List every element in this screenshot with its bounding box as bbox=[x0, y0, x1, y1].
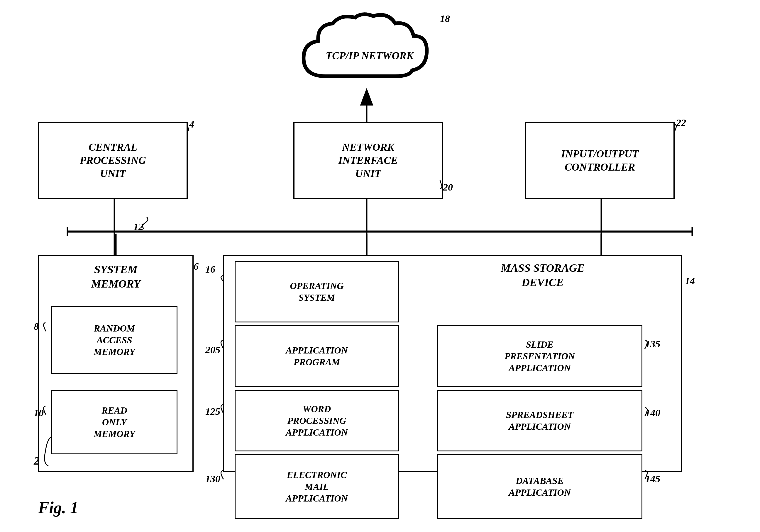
niu-box: NETWORKINTERFACEUNIT bbox=[293, 122, 443, 199]
slide-presentation-box: SLIDEPRESENTATIONAPPLICATION bbox=[437, 325, 642, 387]
mass-storage-label: MASS STORAGEDEVICE bbox=[440, 261, 645, 290]
cpu-label: CENTRALPROCESSINGUNIT bbox=[80, 141, 146, 180]
ram-box: RANDOMACCESSMEMORY bbox=[51, 306, 177, 374]
system-ref: 2 bbox=[34, 454, 39, 467]
bus-number: 12 bbox=[133, 221, 143, 233]
operating-system-label: OPERATINGSYSTEM bbox=[290, 280, 344, 303]
word-processing-box: WORDPROCESSINGAPPLICATION bbox=[235, 390, 399, 451]
spreadsheet-label: SPREADSHEETAPPLICATION bbox=[506, 409, 573, 432]
niu-label: NETWORKINTERFACEUNIT bbox=[339, 141, 398, 180]
word-processing-number: 125 bbox=[205, 406, 220, 417]
io-number: 22 bbox=[676, 117, 686, 128]
mass-storage-number: 14 bbox=[685, 276, 695, 287]
database-box: DATABASEAPPLICATION bbox=[437, 454, 642, 519]
cpu-number: 4 bbox=[189, 119, 194, 130]
application-program-label: APPLICATIONPROGRAM bbox=[286, 344, 348, 368]
cpu-box: CENTRALPROCESSINGUNIT bbox=[38, 122, 188, 199]
database-number: 145 bbox=[645, 473, 660, 484]
tcp-ip-number: 18 bbox=[440, 13, 450, 24]
tcp-ip-cloud: TCP/IP NETWORK bbox=[296, 9, 443, 100]
rom-number: 10 bbox=[34, 407, 44, 419]
slide-presentation-label: SLIDEPRESENTATIONAPPLICATION bbox=[504, 338, 575, 374]
rom-box: READONLYMEMORY bbox=[51, 390, 177, 454]
ram-label: RANDOMACCESSMEMORY bbox=[94, 323, 135, 358]
tcp-ip-label: TCP/IP NETWORK bbox=[326, 50, 413, 62]
io-controller-box: INPUT/OUTPUTCONTROLLER bbox=[525, 122, 675, 199]
email-number: 130 bbox=[205, 473, 220, 484]
word-processing-label: WORDPROCESSINGAPPLICATION bbox=[286, 403, 348, 438]
operating-system-box: OPERATINGSYSTEM bbox=[235, 261, 399, 323]
io-label: INPUT/OUTPUTCONTROLLER bbox=[561, 148, 639, 174]
operating-system-number: 16 bbox=[205, 264, 215, 275]
ram-number: 8 bbox=[34, 321, 39, 332]
spreadsheet-number: 140 bbox=[645, 407, 660, 419]
fig-label: Fig. 1 bbox=[38, 498, 78, 517]
slide-number: 135 bbox=[645, 338, 660, 350]
application-number: 205 bbox=[205, 344, 220, 356]
spreadsheet-box: SPREADSHEETAPPLICATION bbox=[437, 390, 642, 451]
application-program-box: APPLICATIONPROGRAM bbox=[235, 325, 399, 387]
system-memory-number: 6 bbox=[194, 261, 199, 272]
rom-label: READONLYMEMORY bbox=[94, 405, 135, 440]
database-label: DATABASEAPPLICATION bbox=[509, 475, 571, 498]
niu-number: 20 bbox=[443, 182, 453, 193]
email-box: ELECTRONICMAILAPPLICATION bbox=[235, 454, 399, 519]
system-memory-label: SYSTEMMEMORY bbox=[51, 262, 180, 291]
email-label: ELECTRONICMAILAPPLICATION bbox=[286, 469, 348, 504]
